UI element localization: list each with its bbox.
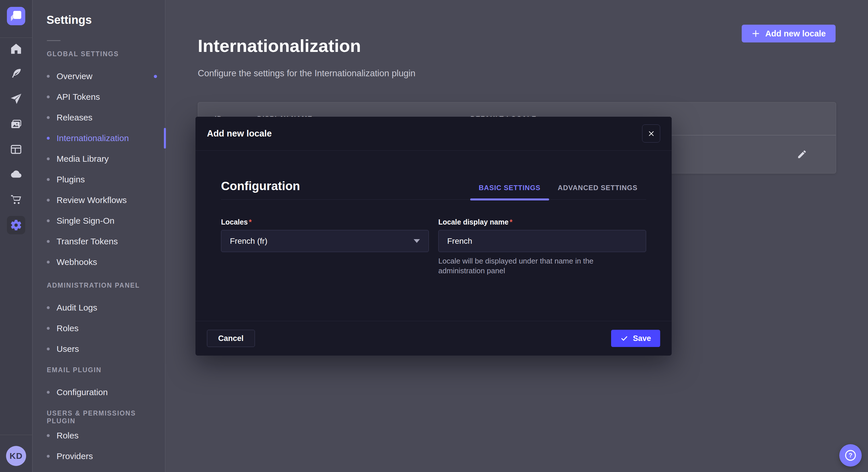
active-item-indicator [164, 128, 166, 148]
sidebar-item-media-library[interactable]: Media Library [33, 148, 165, 169]
media-library-icon[interactable] [10, 118, 22, 131]
bullet-icon [47, 116, 50, 119]
sidebar-item-api-tokens[interactable]: API Tokens [33, 87, 165, 107]
tabs-divider [221, 199, 646, 200]
bullet-icon [47, 306, 50, 309]
add-new-locale-button[interactable]: Add new locale [742, 25, 836, 42]
display-name-input[interactable] [438, 230, 646, 252]
add-new-locale-modal: Add new locale Configuration BASIC SETTI… [195, 117, 672, 356]
svg-text:?: ? [848, 452, 852, 459]
help-icon: ? [844, 449, 857, 462]
locales-field: Locales* French (fr) [221, 218, 429, 276]
page-subtitle: Configure the settings for the Internati… [198, 68, 415, 79]
plus-icon [751, 29, 760, 38]
check-icon [620, 334, 628, 342]
bullet-icon [47, 391, 50, 394]
required-asterisk: * [510, 218, 513, 226]
bullet-icon [47, 240, 50, 243]
close-button[interactable] [642, 125, 660, 142]
tab-advanced-settings[interactable]: ADVANCED SETTINGS [549, 184, 646, 199]
sidebar-item-up-roles[interactable]: Roles [33, 425, 165, 446]
bullet-icon [47, 178, 50, 181]
configuration-heading: Configuration [221, 179, 300, 199]
sidebar-item-releases[interactable]: Releases [33, 107, 165, 128]
subnav-title: Settings [33, 0, 165, 26]
layout-icon[interactable] [10, 143, 22, 156]
icon-rail: KD [0, 0, 32, 472]
cancel-button[interactable]: Cancel [207, 330, 255, 347]
sidebar-item-review-workflows[interactable]: Review Workflows [33, 190, 165, 210]
display-name-label: Locale display name* [438, 218, 646, 227]
modal-header: Add new locale [195, 117, 672, 150]
home-icon[interactable] [10, 42, 22, 55]
bullet-icon [47, 199, 50, 202]
settings-subnav: Settings GLOBAL SETTINGS Overview API To… [33, 0, 165, 472]
bullet-icon [47, 455, 50, 458]
display-name-field: Locale display name* Locale will be disp… [438, 218, 646, 276]
save-button[interactable]: Save [611, 330, 660, 347]
settings-tabs: BASIC SETTINGS ADVANCED SETTINGS [470, 184, 646, 199]
bullet-icon [47, 327, 50, 330]
locales-select[interactable]: French (fr) [221, 230, 429, 252]
locales-label: Locales* [221, 218, 429, 227]
chevron-down-icon [414, 239, 420, 243]
bullet-icon [47, 137, 50, 140]
modal-title: Add new locale [207, 129, 272, 139]
help-button[interactable]: ? [839, 444, 862, 467]
sidebar-item-internationalization[interactable]: Internationalization [33, 128, 165, 148]
sidebar-item-audit-logs[interactable]: Audit Logs [33, 297, 165, 318]
user-avatar[interactable]: KD [6, 446, 26, 466]
sidebar-item-admin-users[interactable]: Users [33, 339, 165, 359]
bullet-icon [47, 261, 50, 264]
paper-plane-icon[interactable] [10, 93, 22, 105]
sidebar-item-email-configuration[interactable]: Configuration [33, 382, 165, 403]
marketplace-cart-icon[interactable] [10, 193, 22, 206]
subnav-title-divider [47, 40, 61, 41]
sidebar-item-admin-roles[interactable]: Roles [33, 318, 165, 339]
locales-select-value: French (fr) [230, 237, 268, 246]
bullet-icon [47, 434, 50, 437]
section-label-email-plugin: EMAIL PLUGIN [47, 366, 165, 374]
bullet-icon [47, 347, 50, 350]
strapi-logo-icon[interactable] [7, 7, 25, 25]
tab-basic-settings[interactable]: BASIC SETTINGS [470, 184, 549, 199]
modal-body: Configuration BASIC SETTINGS ADVANCED SE… [195, 179, 672, 276]
bullet-icon [47, 220, 50, 222]
rail-divider [0, 435, 32, 435]
sidebar-item-overview[interactable]: Overview [33, 66, 165, 87]
sidebar-item-transfer-tokens[interactable]: Transfer Tokens [33, 231, 165, 252]
sidebar-item-up-providers[interactable]: Providers [33, 446, 165, 467]
display-name-hint: Locale will be displayed under that name… [438, 256, 639, 276]
bullet-icon [47, 158, 50, 160]
bullet-icon [47, 96, 50, 98]
cloud-icon[interactable] [10, 168, 22, 181]
bullet-icon [47, 75, 50, 78]
settings-gear-icon[interactable] [7, 216, 25, 234]
section-label-users-permissions-plugin: USERS & PERMISSIONS PLUGIN [47, 409, 165, 417]
modal-footer: Cancel Save [195, 321, 672, 356]
required-asterisk: * [249, 218, 252, 226]
edit-pencil-icon[interactable] [795, 147, 809, 162]
section-label-administration-panel: ADMINISTRATION PANEL [47, 281, 165, 289]
page-title: Internationalization [198, 36, 415, 56]
close-icon [648, 130, 655, 137]
notification-dot [154, 75, 157, 78]
sidebar-item-webhooks[interactable]: Webhooks [33, 252, 165, 272]
sidebar-item-plugins[interactable]: Plugins [33, 169, 165, 190]
feather-icon[interactable] [10, 67, 22, 80]
section-label-global-settings: GLOBAL SETTINGS [47, 50, 165, 58]
sidebar-item-single-sign-on[interactable]: Single Sign-On [33, 210, 165, 231]
